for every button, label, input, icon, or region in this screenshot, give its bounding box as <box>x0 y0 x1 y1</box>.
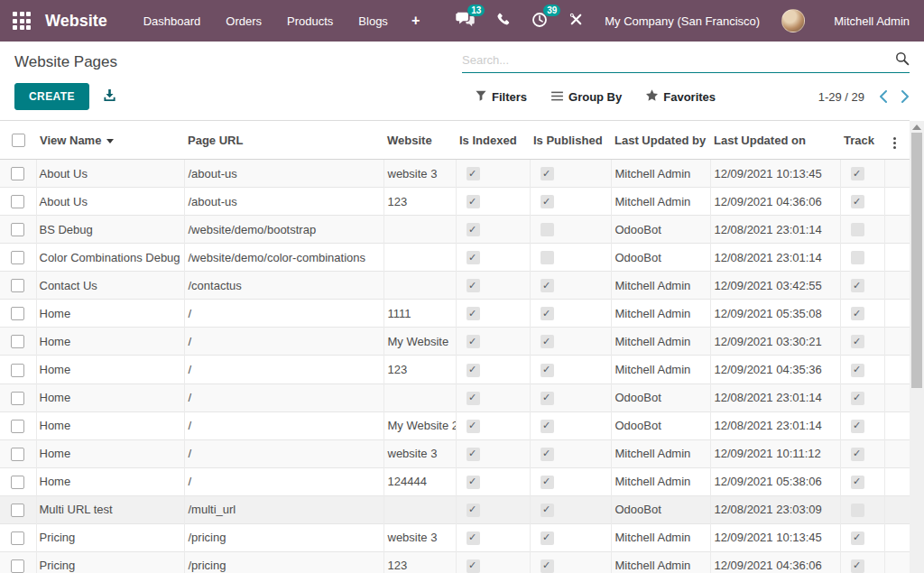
view-name-cell[interactable]: BS Debug <box>36 216 184 244</box>
app-name[interactable]: Website <box>45 12 107 31</box>
apps-menu-icon[interactable] <box>13 12 31 30</box>
export-button[interactable] <box>103 88 116 105</box>
plus-icon[interactable]: + <box>401 2 430 40</box>
last-updated-by-cell[interactable]: Mitchell Admin <box>611 467 710 495</box>
view-name-cell[interactable]: Home <box>36 356 184 384</box>
menu-products[interactable]: Products <box>274 2 346 41</box>
website-cell[interactable]: My Website <box>383 328 456 356</box>
last-updated-by-cell[interactable]: Mitchell Admin <box>611 160 710 188</box>
last-updated-by-cell[interactable]: OdooBot <box>611 495 710 523</box>
last-updated-by-cell[interactable]: Mitchell Admin <box>611 328 710 356</box>
vertical-scrollbar[interactable] <box>910 121 924 573</box>
last-updated-on-cell[interactable]: 12/08/2021 23:01:14 <box>710 384 840 411</box>
last-updated-on-cell[interactable]: 12/09/2021 03:42:55 <box>710 272 840 300</box>
last-updated-on-cell[interactable]: 12/09/2021 04:35:36 <box>710 356 840 384</box>
table-row[interactable]: Home / 1111 Mitchell Admin 12/09/2021 05… <box>0 300 910 328</box>
last-updated-by-cell[interactable]: Mitchell Admin <box>611 439 710 467</box>
company-switcher[interactable]: My Company (San Francisco) <box>605 14 760 28</box>
view-name-cell[interactable]: Home <box>36 328 184 356</box>
filters-button[interactable]: Filters <box>476 90 527 104</box>
last-updated-by-cell[interactable]: OdooBot <box>611 216 710 244</box>
website-cell[interactable]: 1111 <box>383 300 456 328</box>
last-updated-on-cell[interactable]: 12/09/2021 05:35:08 <box>710 300 840 328</box>
last-updated-on-cell[interactable]: 12/09/2021 10:13:45 <box>710 160 840 188</box>
table-row[interactable]: Pricing /pricing 123 Mitchell Admin 12/0… <box>0 551 910 573</box>
user-menu[interactable]: Mitchell Admin <box>834 14 910 28</box>
last-updated-on-cell[interactable]: 12/09/2021 10:13:45 <box>710 523 840 551</box>
column-header-last-updated-by[interactable]: Last Updated by <box>611 121 710 160</box>
last-updated-on-cell[interactable]: 12/08/2021 23:01:14 <box>710 244 840 272</box>
table-row[interactable]: Home / My Website 2 OdooBot 12/08/2021 2… <box>0 411 910 439</box>
website-cell[interactable]: 123 <box>383 551 456 573</box>
last-updated-by-cell[interactable]: Mitchell Admin <box>611 272 710 300</box>
row-select-checkbox[interactable] <box>11 279 24 292</box>
website-cell[interactable] <box>383 495 456 523</box>
view-name-cell[interactable]: Home <box>36 300 184 328</box>
table-row[interactable]: About Us /about-us website 3 Mitchell Ad… <box>0 160 910 188</box>
website-cell[interactable] <box>383 272 456 300</box>
column-header-website[interactable]: Website <box>383 121 456 160</box>
row-select-checkbox[interactable] <box>11 251 24 264</box>
row-select-checkbox[interactable] <box>11 307 24 320</box>
column-header-page-url[interactable]: Page URL <box>184 121 383 160</box>
last-updated-on-cell[interactable]: 12/09/2021 03:30:21 <box>710 328 840 356</box>
website-cell[interactable]: 123 <box>383 356 456 384</box>
table-row[interactable]: Home / OdooBot 12/08/2021 23:01:14 <box>0 384 910 411</box>
last-updated-by-cell[interactable]: OdooBot <box>611 244 710 272</box>
view-name-cell[interactable]: Multi URL test <box>36 495 184 523</box>
view-name-cell[interactable]: Home <box>36 467 184 495</box>
website-cell[interactable] <box>383 244 456 272</box>
view-name-cell[interactable]: Pricing <box>36 551 184 573</box>
activities-button[interactable]: 39 <box>531 12 548 31</box>
create-button[interactable]: CREATE <box>14 83 89 110</box>
search-input[interactable] <box>462 51 895 69</box>
last-updated-by-cell[interactable]: Mitchell Admin <box>611 551 710 573</box>
column-options-button[interactable] <box>884 121 910 160</box>
view-name-cell[interactable]: Color Combinations Debug <box>36 244 184 272</box>
view-name-cell[interactable]: Home <box>36 384 184 411</box>
last-updated-on-cell[interactable]: 12/08/2021 23:01:14 <box>710 411 840 439</box>
website-cell[interactable] <box>383 384 456 411</box>
last-updated-by-cell[interactable]: Mitchell Admin <box>611 300 710 328</box>
calls-button[interactable] <box>496 13 510 29</box>
row-select-checkbox[interactable] <box>11 335 24 348</box>
view-name-cell[interactable]: Contact Us <box>36 272 184 300</box>
website-cell[interactable]: website 3 <box>383 523 456 551</box>
tools-button[interactable] <box>569 13 583 29</box>
menu-orders[interactable]: Orders <box>213 2 274 41</box>
page-url-cell[interactable]: / <box>184 384 383 411</box>
table-row[interactable]: Home / My Website Mitchell Admin 12/09/2… <box>0 328 910 356</box>
pager-previous-button[interactable] <box>879 90 887 103</box>
website-cell[interactable]: 123 <box>383 188 456 216</box>
row-select-checkbox[interactable] <box>11 420 24 433</box>
row-select-checkbox[interactable] <box>11 223 24 236</box>
page-url-cell[interactable]: / <box>184 411 383 439</box>
website-cell[interactable]: My Website 2 <box>383 411 456 439</box>
row-select-checkbox[interactable] <box>11 195 24 208</box>
last-updated-on-cell[interactable]: 12/09/2021 04:36:06 <box>710 551 840 573</box>
last-updated-by-cell[interactable]: OdooBot <box>611 411 710 439</box>
row-select-checkbox[interactable] <box>11 392 24 405</box>
website-cell[interactable]: website 3 <box>383 439 456 467</box>
table-row[interactable]: Multi URL test /multi_url OdooBot 12/08/… <box>0 495 910 523</box>
column-header-is-published[interactable]: Is Published <box>530 121 611 160</box>
view-name-cell[interactable]: About Us <box>36 160 184 188</box>
table-row[interactable]: Pricing /pricing website 3 Mitchell Admi… <box>0 523 910 551</box>
menu-dashboard[interactable]: Dashboard <box>131 2 214 41</box>
messages-button[interactable]: 13 <box>456 12 475 30</box>
row-select-checkbox[interactable] <box>11 504 24 517</box>
table-row[interactable]: About Us /about-us 123 Mitchell Admin 12… <box>0 188 910 216</box>
row-select-checkbox[interactable] <box>11 364 24 377</box>
row-select-checkbox[interactable] <box>11 448 24 461</box>
page-url-cell[interactable]: /contactus <box>184 272 383 300</box>
row-select-checkbox[interactable] <box>11 531 24 545</box>
table-row[interactable]: Color Combinations Debug /website/demo/c… <box>0 244 910 272</box>
page-url-cell[interactable]: /pricing <box>184 523 383 551</box>
website-cell[interactable]: 124444 <box>383 467 456 495</box>
page-url-cell[interactable]: /about-us <box>184 188 383 216</box>
magnifier-icon[interactable] <box>895 51 910 69</box>
column-header-is-indexed[interactable]: Is Indexed <box>456 121 530 160</box>
view-name-cell[interactable]: Home <box>36 439 184 467</box>
last-updated-by-cell[interactable]: OdooBot <box>611 384 710 411</box>
column-header-view-name[interactable]: View Name <box>36 121 184 160</box>
